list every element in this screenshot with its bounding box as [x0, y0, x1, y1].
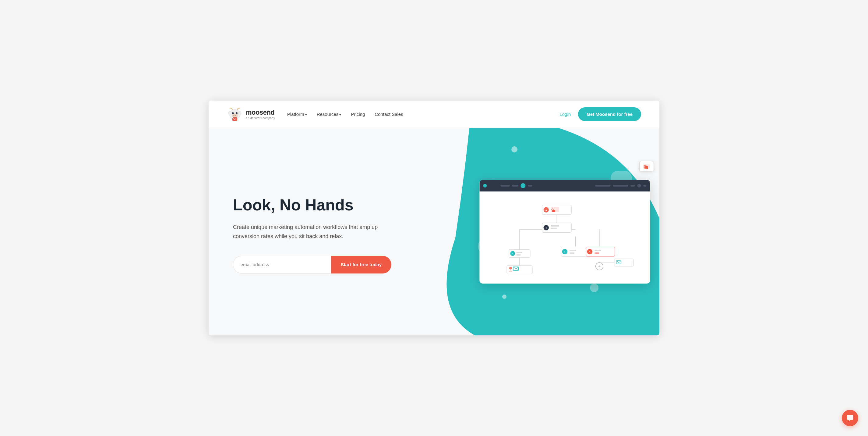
svg-text:+: + — [598, 264, 600, 269]
wf-dot-2 — [521, 183, 525, 188]
deco-bubble-6 — [590, 284, 598, 292]
wf-bar-3 — [528, 185, 532, 186]
wf-dot-3 — [637, 184, 641, 187]
navbar: moosend a Sitecore® company Platform Res… — [209, 100, 659, 128]
hero-section: Look, No Hands Create unique marketing a… — [209, 128, 659, 336]
svg-point-9 — [233, 115, 235, 116]
wf-titlebar — [479, 180, 650, 192]
wf-body: ▲ ● ✓ — [479, 192, 650, 284]
chat-fab[interactable] — [842, 410, 858, 426]
svg-point-56 — [645, 168, 646, 169]
email-input[interactable] — [233, 256, 331, 273]
svg-rect-29 — [551, 228, 557, 229]
start-free-button[interactable]: Start for free today — [331, 256, 391, 273]
nav-links: Platform Resources Pricing Contact Sales — [287, 112, 403, 117]
svg-text:✓: ✓ — [563, 250, 566, 253]
hero-form: Start for free today — [233, 256, 391, 273]
hero-description: Create unique marketing automation workf… — [233, 223, 379, 241]
wf-bar-5 — [613, 185, 628, 186]
nav-right: Login Get Moosend for free — [559, 107, 641, 121]
svg-rect-48 — [594, 250, 601, 251]
chat-icon — [846, 414, 854, 422]
svg-text:✕: ✕ — [588, 250, 591, 253]
svg-point-10 — [235, 115, 236, 116]
logo-text: moosend a Sitecore® company — [246, 109, 275, 120]
wf-bar-2 — [512, 185, 518, 186]
svg-point-36 — [509, 267, 512, 269]
svg-rect-35 — [507, 266, 532, 274]
svg-text:●: ● — [546, 227, 547, 229]
get-moosend-button[interactable]: Get Moosend for free — [578, 107, 641, 121]
logo-name: moosend — [246, 109, 275, 116]
wf-bar-4 — [595, 185, 610, 186]
svg-rect-44 — [569, 253, 575, 254]
svg-rect-49 — [594, 253, 599, 254]
svg-rect-43 — [569, 250, 576, 251]
svg-point-2 — [228, 111, 231, 115]
logo-sub: a Sitecore® company — [246, 116, 275, 120]
nav-resources[interactable]: Resources — [317, 112, 341, 117]
svg-text:✓: ✓ — [512, 252, 514, 255]
svg-point-7 — [233, 113, 234, 113]
nav-platform[interactable]: Platform — [287, 112, 307, 117]
svg-point-57 — [647, 168, 648, 169]
svg-rect-28 — [551, 225, 559, 227]
browser-frame: moosend a Sitecore® company Platform Res… — [209, 100, 659, 336]
login-link[interactable]: Login — [559, 112, 571, 117]
svg-point-5 — [232, 112, 234, 114]
wf-dot-teal — [483, 184, 487, 187]
deco-bubble-1 — [512, 146, 518, 152]
svg-point-6 — [236, 112, 238, 114]
hero-left: Look, No Hands Create unique marketing a… — [209, 128, 457, 336]
svg-point-8 — [237, 113, 237, 113]
wf-bar-6 — [630, 185, 635, 186]
svg-rect-52 — [614, 259, 633, 266]
svg-point-3 — [238, 111, 241, 115]
float-card-basket — [639, 161, 654, 171]
nav-pricing[interactable]: Pricing — [351, 112, 365, 117]
nav-left: moosend a Sitecore® company Platform Res… — [227, 107, 403, 122]
svg-text:▲: ▲ — [545, 208, 548, 212]
svg-rect-24 — [552, 210, 555, 212]
nav-contact[interactable]: Contact Sales — [375, 112, 403, 117]
hero-right: ▲ ● ✓ — [457, 128, 659, 336]
hero-title: Look, No Hands — [233, 196, 432, 214]
wf-bar-7 — [643, 185, 646, 186]
svg-point-4 — [232, 113, 238, 118]
float-basket-icon — [643, 163, 651, 169]
svg-rect-34 — [516, 254, 521, 256]
wf-bar-1 — [500, 185, 509, 186]
deco-bubble-7 — [502, 294, 506, 299]
logo-icon — [227, 107, 243, 122]
svg-rect-33 — [516, 252, 522, 253]
logo[interactable]: moosend a Sitecore® company — [227, 107, 275, 122]
workflow-card: ▲ ● ✓ — [479, 180, 650, 284]
workflow-svg: ▲ ● ✓ — [484, 198, 645, 278]
